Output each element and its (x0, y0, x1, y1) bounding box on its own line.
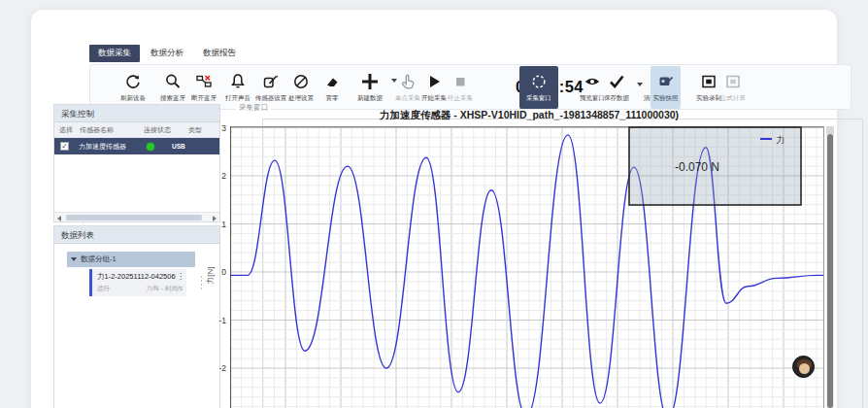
formula-icon (713, 70, 753, 93)
capture-window-button[interactable]: 采集窗口 (519, 66, 558, 109)
assistant-avatar[interactable] (792, 356, 815, 378)
chart-plot-area[interactable]: 力-0.070 N (230, 126, 824, 408)
y-tick-label: -2 (211, 363, 226, 373)
avatar-face (799, 363, 810, 374)
app-window: 数据采集 数据分析 数据报告 刷新设备 搜索蓝牙 (31, 10, 837, 408)
eraser-icon (312, 70, 352, 93)
collect-control-panel: 采集控制 选择 传感器名称 连接状态 类型 ✓ 力加速度传感器 USB (53, 104, 220, 222)
y-tick-label: 3 (211, 123, 226, 133)
dashed-circle-icon (519, 70, 558, 93)
snapshot-icon (651, 70, 681, 93)
y-tick-label: 0 (211, 267, 226, 277)
refresh-icon (113, 70, 153, 93)
stop-icon (440, 70, 481, 93)
data-list-title: 数据列表 (54, 226, 219, 244)
formula-calc-button[interactable]: 公式计算 (713, 67, 753, 109)
item-menu-icon[interactable]: ⋮ (177, 272, 184, 281)
new-data-button[interactable]: 新建数据 (350, 67, 390, 109)
screen: 数据采集 数据分析 数据报告 刷新设备 搜索蓝牙 (0, 0, 868, 408)
column-sensor-name: 传感器名称 (80, 122, 144, 137)
sensor-table-header: 选择 传感器名称 连接状态 类型 (54, 122, 219, 138)
main-tabbar: 数据采集 数据分析 数据报告 (89, 45, 245, 62)
column-select: 选择 (54, 122, 80, 137)
y-tick-label: 1 (211, 220, 226, 229)
zero-button[interactable]: 置零 (312, 67, 352, 109)
data-list-item[interactable]: 力1-2-20251112-042506 ⋮ 运行 力/N－时间/s (89, 269, 186, 296)
item-axes-label: 力/N－时间/s (146, 285, 183, 293)
y-tick-label: -1 (211, 316, 226, 325)
check-icon (596, 70, 637, 93)
collect-panel-hscrollbar[interactable] (54, 212, 219, 221)
sensor-checkbox[interactable]: ✓ (60, 142, 69, 151)
y-tick-label: 2 (211, 171, 226, 181)
tab-data-analysis[interactable]: 数据分析 (142, 45, 192, 62)
hscroll-thumb[interactable] (66, 215, 202, 221)
collect-control-title: 采集控制 (54, 105, 219, 122)
sensor-type: USB (172, 143, 185, 150)
tab-data-report[interactable]: 数据报告 (194, 45, 245, 62)
vscroll-cap[interactable] (826, 126, 834, 134)
stop-collection-button[interactable]: 停止采集 (440, 67, 481, 109)
scroll-left-arrow-icon[interactable] (57, 216, 61, 221)
y-axis-ticks: 3210-1-2 (211, 126, 226, 408)
plus-icon (350, 70, 390, 93)
list-scroll-handle[interactable] (200, 275, 203, 290)
tab-data-collection[interactable]: 数据采集 (89, 45, 140, 62)
column-connection-status: 连接状态 (144, 122, 188, 137)
data-item-title: 力1-2-20251112-042506 (97, 272, 183, 282)
chart-vscrollbar[interactable] (826, 126, 834, 408)
svg-text:力: 力 (776, 135, 785, 145)
vscroll-thumb[interactable] (827, 134, 833, 408)
data-group-row[interactable]: 数据分组-1 (67, 252, 195, 267)
item-status: 运行 (97, 285, 110, 293)
sensor-name: 力加速度传感器 (69, 142, 133, 152)
experiment-snapshot-button[interactable]: 实验快照 (651, 66, 681, 109)
data-list-panel: 数据列表 数据分组-1 力1-2-20251112-042506 ⋮ 运行 力/… (53, 225, 220, 408)
connection-status-dot (147, 143, 154, 151)
refresh-device-button[interactable]: 刷新设备 (113, 67, 153, 109)
chevron-down-icon (71, 257, 77, 261)
svg-text:-0.070 N: -0.070 N (675, 160, 719, 174)
data-group-label: 数据分组-1 (81, 255, 117, 263)
chart-title: 力加速度传感器 - XHSP-V10HID_path_-1981348857_1… (243, 109, 816, 122)
save-data-button[interactable]: 保存数据 (596, 67, 637, 109)
toolbar: 刷新设备 搜索蓝牙 断开蓝牙 打开声音 (89, 64, 851, 110)
sensor-row[interactable]: ✓ 力加速度传感器 USB (54, 138, 219, 154)
